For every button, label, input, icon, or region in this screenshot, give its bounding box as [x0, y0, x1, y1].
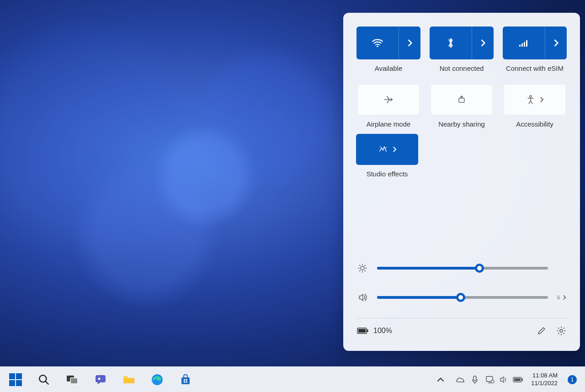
svg-point-32 — [491, 380, 494, 382]
tile-cellular-expand[interactable] — [545, 26, 567, 59]
task-view-icon — [66, 374, 79, 385]
studio-effects-icon — [378, 145, 388, 154]
tile-accessibility[interactable] — [504, 84, 566, 115]
store-button[interactable] — [178, 372, 193, 387]
taskbar-date: 11/1/2022 — [531, 380, 558, 387]
svg-rect-5 — [459, 98, 464, 102]
edge-icon — [151, 373, 164, 386]
taskbar-time: 11:08 AM — [531, 372, 558, 379]
search-icon — [38, 374, 50, 386]
taskbar-pinned — [8, 372, 193, 387]
tile-bluetooth[interactable] — [430, 26, 494, 59]
svg-point-6 — [530, 95, 532, 97]
store-icon — [180, 374, 191, 386]
tile-nearby-label: Nearby sharing — [438, 120, 485, 129]
tile-cellular-wrap: Connect with eSIM — [502, 26, 567, 73]
edit-quick-settings-button[interactable] — [537, 326, 546, 335]
svg-point-16 — [560, 329, 563, 332]
quick-settings-panel: Available Not connected — [343, 13, 580, 351]
bluetooth-icon — [430, 26, 472, 59]
microphone-tray-button[interactable] — [472, 375, 478, 384]
tile-wifi[interactable] — [356, 26, 420, 59]
tile-bluetooth-expand[interactable] — [472, 26, 494, 59]
svg-point-0 — [377, 46, 378, 47]
volume-icon — [357, 292, 368, 302]
taskbar-datetime[interactable]: 11:08 AM 11/1/2022 — [531, 372, 558, 387]
svg-rect-35 — [522, 378, 523, 381]
search-button[interactable] — [37, 372, 51, 387]
svg-point-21 — [98, 377, 101, 380]
cellular-icon — [503, 26, 545, 59]
chat-icon — [94, 374, 107, 386]
overflow-chevron-icon — [437, 377, 444, 382]
chevron-right-icon — [563, 295, 566, 300]
svg-rect-20 — [96, 375, 106, 382]
quick-settings-footer: 100% — [356, 318, 567, 343]
svg-rect-2 — [521, 43, 523, 47]
taskbar: 11:08 AM 11/1/2022 1 — [0, 366, 585, 392]
tile-cellular[interactable] — [503, 26, 567, 59]
svg-rect-25 — [181, 377, 190, 384]
svg-rect-28 — [184, 381, 185, 382]
nearby-share-icon — [457, 95, 467, 105]
onedrive-tray-button[interactable] — [455, 376, 465, 383]
battery-percent-label: 100% — [373, 327, 392, 335]
volume-tray-icon — [499, 376, 508, 384]
tile-wifi-expand[interactable] — [399, 26, 420, 59]
airplane-icon — [383, 95, 394, 105]
brightness-icon — [357, 263, 368, 273]
edge-button[interactable] — [150, 372, 165, 387]
svg-point-11 — [558, 297, 559, 298]
svg-point-7 — [380, 146, 381, 147]
notification-count: 1 — [571, 376, 574, 383]
tile-studio-effects[interactable] — [356, 134, 418, 165]
start-button[interactable] — [8, 372, 23, 387]
tray-overflow-button[interactable] — [433, 372, 448, 387]
tile-nearby-sharing[interactable] — [431, 84, 493, 115]
quick-settings-tiles: Available Not connected — [356, 26, 567, 129]
file-explorer-button[interactable] — [122, 372, 136, 387]
notification-badge[interactable]: 1 — [568, 375, 577, 384]
tile-cellular-label: Connect with eSIM — [506, 64, 564, 73]
tray-icons — [455, 375, 478, 384]
file-explorer-icon — [122, 374, 136, 386]
svg-rect-19 — [70, 378, 78, 384]
svg-rect-27 — [186, 379, 187, 381]
taskbar-tray: 11:08 AM 11/1/2022 1 — [433, 372, 577, 387]
battery-tray-icon — [513, 376, 524, 383]
svg-rect-26 — [184, 379, 185, 381]
tile-bluetooth-label: Not connected — [440, 64, 484, 73]
network-tray-icon — [485, 376, 495, 384]
settings-button[interactable] — [556, 326, 566, 336]
tile-studio-label: Studio effects — [367, 170, 408, 179]
tile-airplane[interactable] — [357, 84, 420, 115]
svg-point-8 — [386, 147, 387, 148]
svg-rect-34 — [514, 378, 521, 381]
quick-settings-actions — [537, 326, 566, 336]
tile-airplane-wrap: Airplane mode — [356, 84, 421, 129]
svg-rect-29 — [186, 381, 187, 382]
svg-point-12 — [558, 297, 559, 297]
tile-wifi-wrap: Available — [356, 26, 421, 73]
tile-studio-wrap: Studio effects — [356, 134, 418, 179]
system-tray-button[interactable] — [485, 376, 524, 384]
desktop-background: Available Not connected — [0, 0, 585, 392]
svg-rect-4 — [526, 40, 527, 47]
svg-rect-15 — [367, 329, 368, 332]
tile-studio-expand[interactable] — [393, 146, 397, 153]
brightness-row — [357, 263, 566, 273]
volume-slider[interactable] — [377, 296, 548, 299]
tile-accessibility-expand[interactable] — [540, 96, 544, 103]
tile-wifi-label: Available — [375, 64, 403, 73]
chat-button[interactable] — [93, 372, 108, 387]
tile-airplane-label: Airplane mode — [367, 120, 411, 129]
task-view-button[interactable] — [65, 372, 80, 387]
brightness-slider[interactable] — [377, 267, 548, 270]
accessibility-icon — [526, 95, 535, 105]
battery-icon — [357, 327, 369, 334]
battery-status[interactable]: 100% — [357, 327, 392, 335]
tile-accessibility-label: Accessibility — [516, 120, 553, 129]
tile-studio-row: Studio effects — [356, 134, 567, 179]
tile-bluetooth-wrap: Not connected — [429, 26, 494, 73]
volume-output-button[interactable] — [557, 293, 566, 302]
